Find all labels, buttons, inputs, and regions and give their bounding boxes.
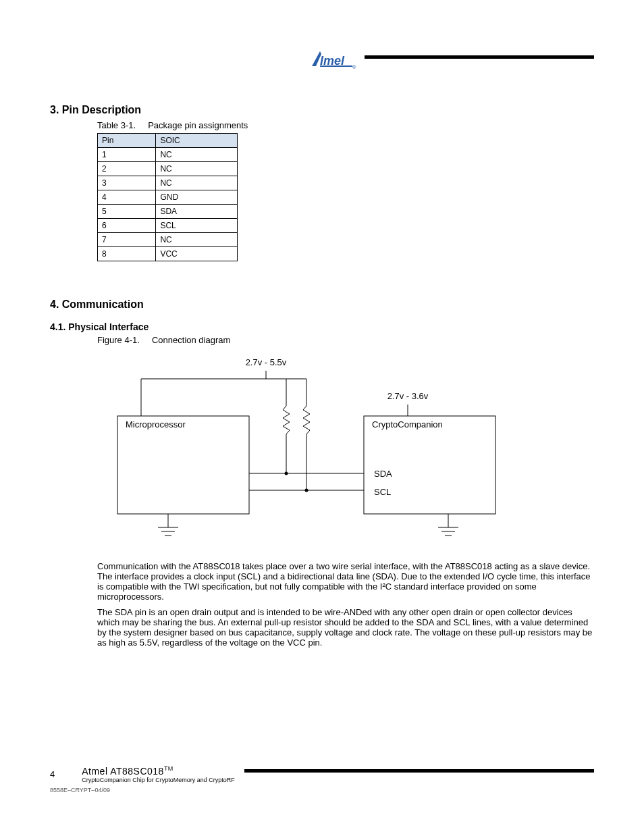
table-3-1-caption: Table 3-1. Package pin assignments <box>97 120 594 130</box>
figure-caption-title: Connection diagram <box>152 335 230 345</box>
section-4-heading: 4. Communication <box>50 298 594 311</box>
page-number: 4 <box>50 769 55 779</box>
section-4-1-heading: 4.1. Physical Interface <box>50 321 594 332</box>
table-row: 3NC <box>98 176 238 190</box>
table-row: 6SCL <box>98 219 238 233</box>
svg-point-17 <box>305 489 308 492</box>
pin-table: Pin SOIC 1NC 2NC 3NC 4GND 5SDA 6SCL 7NC … <box>97 133 238 261</box>
page-header: Imel ® <box>50 49 594 70</box>
sda-label: SDA <box>374 469 392 479</box>
table-row: 4GND <box>98 190 238 205</box>
paragraph-4-1-b: The SDA pin is an open drain output and … <box>97 608 597 648</box>
doc-code: 8558E–CRYPT–04/09 <box>50 787 110 793</box>
figure-4-1-caption: Figure 4-1. Connection diagram <box>97 335 594 345</box>
table-row: 1NC <box>98 148 238 162</box>
table-caption-label: Table 3-1. <box>97 120 136 130</box>
footer-rule <box>244 769 594 773</box>
table-row: 7NC <box>98 233 238 247</box>
table-row: 8VCC <box>98 247 238 261</box>
svg-rect-11 <box>117 416 249 514</box>
page-footer: 4 Atmel AT88SC018TM CryptoCompanion Chip… <box>50 765 594 783</box>
svg-rect-13 <box>364 416 495 514</box>
scl-label: SCL <box>374 487 391 497</box>
table-row: 5SDA <box>98 205 238 219</box>
footer-brand: Atmel AT88SC018TM <box>82 765 235 777</box>
paragraph-4-1-a: Communication with the AT88SC018 takes p… <box>97 562 597 602</box>
section-3-heading: 3. Pin Description <box>50 104 594 116</box>
atmel-logo: Imel ® <box>311 49 356 70</box>
volt-right-label: 2.7v - 3.6v <box>387 391 429 401</box>
table-caption-title: Package pin assignments <box>148 120 248 130</box>
header-rule <box>365 55 594 59</box>
footer-subtitle: CryptoCompanion Chip for CryptoMemory an… <box>82 777 235 783</box>
th-pin: Pin <box>98 134 156 148</box>
connection-diagram: 2.7v - 5.5v Microprocessor 2.7v - 3.6v <box>90 352 594 556</box>
svg-point-15 <box>285 472 288 475</box>
microprocessor-label: Microprocessor <box>126 419 186 429</box>
th-soic: SOIC <box>156 134 238 148</box>
volt-left-label: 2.7v - 5.5v <box>246 357 287 367</box>
figure-caption-label: Figure 4-1. <box>97 335 140 345</box>
cryptocompanion-label: CryptoCompanion <box>372 419 443 429</box>
svg-text:®: ® <box>352 65 356 70</box>
table-row: 2NC <box>98 162 238 176</box>
